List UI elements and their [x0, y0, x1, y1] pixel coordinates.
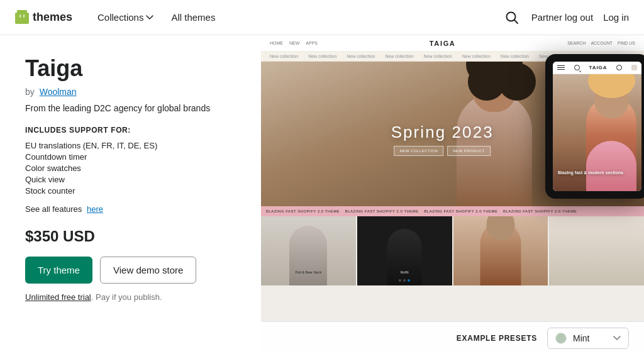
tablet-account-icon: [616, 65, 622, 70]
site-nav-bar: HOME NEW APPS TAIGA SEARCH ACCOUNT FIND …: [261, 35, 644, 52]
theme-info-panel: Taiga by Woolman From the leading D2C ag…: [0, 35, 261, 354]
tablet-screen: TAIGA Blaz: [553, 62, 641, 191]
product-card-1: Pull & Bear Neck: [261, 216, 356, 285]
hero-title: Spring 2023: [391, 123, 494, 142]
header: themes Collections All themes Partner lo…: [0, 0, 644, 35]
theme-author-line: by Woolman: [25, 87, 236, 97]
tablet-logo-text: TAIGA: [589, 65, 607, 70]
by-label: by: [25, 87, 35, 97]
shopify-bag-icon: [15, 10, 29, 25]
coll-tag: New collection: [457, 53, 496, 59]
see-all-features: See all features here: [25, 204, 236, 214]
see-all-link[interactable]: here: [87, 204, 103, 214]
tablet-overlay: TAIGA Blaz: [545, 54, 644, 199]
features-list: EU translations (EN, FR, IT, DE, ES) Cou…: [25, 141, 236, 196]
product-card-2: Moffit: [357, 216, 452, 285]
site-preview: HOME NEW APPS TAIGA SEARCH ACCOUNT FIND …: [261, 35, 644, 321]
preset-name: Mint: [573, 333, 611, 343]
hero-cta-1[interactable]: NEW COLLECTION: [394, 146, 444, 156]
partner-logout-link[interactable]: Partner log out: [531, 12, 593, 23]
coll-tag: New collection: [341, 53, 380, 59]
tablet-cart-icon: [631, 65, 637, 70]
feature-item: Countdown timer: [25, 152, 236, 162]
search-button[interactable]: [502, 8, 521, 27]
header-actions: Partner log out Log in: [502, 8, 629, 27]
all-themes-nav-item[interactable]: All themes: [164, 7, 223, 28]
coll-tag: New collection: [265, 53, 303, 59]
chevron-down-icon: [146, 15, 153, 20]
product-label-1: Pull & Bear Neck: [296, 270, 322, 274]
svg-rect-3: [23, 14, 25, 18]
collections-nav-item[interactable]: Collections: [90, 7, 161, 28]
site-nav-right: SEARCH ACCOUNT FIND US: [567, 41, 635, 45]
svg-rect-0: [17, 10, 27, 13]
cta-buttons: Try theme View demo store: [25, 257, 236, 284]
coll-tag: New collection: [303, 53, 341, 59]
all-themes-label: All themes: [171, 12, 215, 23]
nav-link-new: NEW: [289, 41, 299, 45]
theme-price: $350 USD: [25, 228, 236, 245]
svg-rect-1: [15, 13, 29, 24]
banner-text: BLAZING FAST SHOPIFY 2.0 THEME BLAZING F…: [266, 209, 577, 213]
presets-bar: EXAMPLE PRESETS Mint: [261, 321, 644, 354]
theme-description: From the leading D2C agency for global b…: [25, 103, 236, 113]
theme-title: Taiga: [25, 55, 236, 82]
presets-label: EXAMPLE PRESETS: [457, 334, 537, 343]
coll-tag: New collection: [380, 53, 418, 59]
product-card-3: [453, 216, 548, 285]
search-icon: [505, 11, 519, 25]
nav-search: SEARCH: [567, 41, 586, 45]
feature-item: EU translations (EN, FR, IT, DE, ES): [25, 141, 236, 150]
svg-rect-2: [19, 14, 21, 18]
chevron-down-icon: [613, 336, 621, 341]
pink-shipping-banner: BLAZING FAST SHOPIFY 2.0 THEME BLAZING F…: [261, 206, 644, 216]
includes-label: INCLUDES SUPPORT FOR:: [25, 126, 236, 135]
hero-cta-row: NEW COLLECTION NEW PRODUCT: [391, 146, 494, 156]
preset-swatch: [555, 333, 567, 344]
trial-text: Unlimited free trial. Pay if you publish…: [25, 292, 236, 302]
site-logo: TAIGA: [430, 40, 456, 47]
view-demo-button[interactable]: View demo store: [100, 257, 196, 284]
product-label-2: Moffit: [400, 270, 408, 274]
nav-link-apps: APPS: [306, 41, 318, 45]
collections-label: Collections: [97, 12, 143, 23]
nav-find: FIND US: [618, 41, 635, 45]
product-row: Pull & Bear Neck Moffit: [261, 216, 644, 285]
nav-account: ACCOUNT: [591, 41, 613, 45]
feature-item: Quick view: [25, 175, 236, 184]
feature-item: Stock counter: [25, 186, 236, 196]
preview-panel: HOME NEW APPS TAIGA SEARCH ACCOUNT FIND …: [261, 35, 644, 354]
author-link[interactable]: Woolman: [40, 87, 77, 97]
hero-cta-2[interactable]: NEW PRODUCT: [447, 146, 491, 156]
free-trial-link[interactable]: Unlimited free trial: [25, 292, 91, 302]
tablet-search-icon: [574, 65, 580, 70]
try-theme-button[interactable]: Try theme: [25, 257, 92, 284]
main-content: Taiga by Woolman From the leading D2C ag…: [0, 35, 644, 354]
coll-tag: New collection: [419, 53, 457, 59]
login-link[interactable]: Log in: [603, 12, 629, 23]
nav-link-home: HOME: [270, 41, 283, 45]
tablet-hero: Blazing fast & modern sections: [553, 74, 641, 191]
site-nav-left: HOME NEW APPS: [270, 41, 318, 45]
tablet-text-overlay: Blazing fast & modern sections: [558, 170, 623, 176]
hero-text: Spring 2023 NEW COLLECTION NEW PRODUCT: [391, 123, 494, 156]
tablet-hamburger-icon: [557, 65, 565, 70]
tablet-nav: TAIGA: [553, 62, 641, 74]
product-card-4: [549, 216, 644, 285]
main-nav: Collections All themes: [90, 7, 502, 28]
feature-item: Color swatches: [25, 163, 236, 173]
presets-dropdown[interactable]: Mint: [547, 328, 629, 349]
product-dots: [399, 279, 410, 282]
site-logo[interactable]: themes: [15, 10, 72, 25]
coll-tag: New collection: [496, 53, 534, 59]
logo-text: themes: [33, 11, 72, 24]
